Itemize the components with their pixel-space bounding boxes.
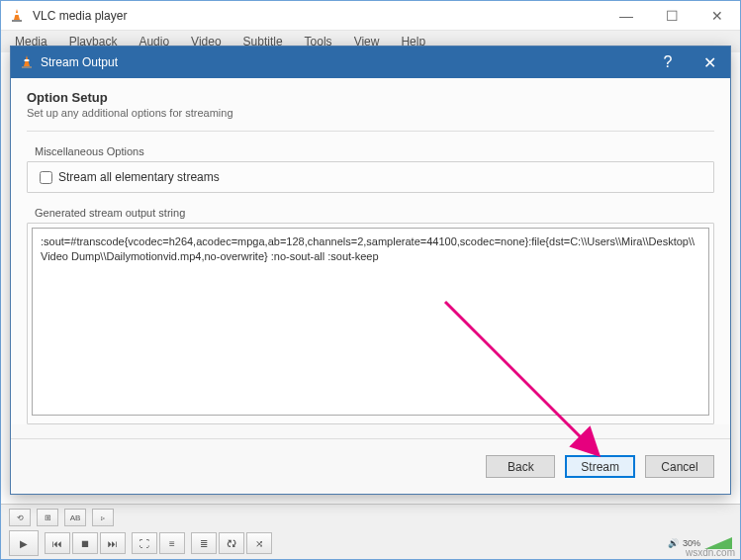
- mute-icon[interactable]: 🔊: [668, 538, 679, 548]
- main-title: VLC media player: [33, 9, 603, 23]
- dialog-titlebar: Stream Output ? ✕: [11, 47, 730, 78]
- dialog-help-button[interactable]: ?: [647, 47, 689, 78]
- player-small-btn-3[interactable]: AB: [64, 509, 86, 526]
- close-button[interactable]: ✕: [695, 1, 740, 31]
- svg-rect-1: [22, 66, 32, 68]
- shuffle-button[interactable]: ⤨: [246, 532, 272, 554]
- watermark: wsxdn.com: [686, 547, 735, 558]
- divider: [27, 131, 714, 132]
- loop-button[interactable]: 🗘: [219, 532, 244, 554]
- player-small-btn-1[interactable]: ⟲: [9, 509, 31, 526]
- main-titlebar: VLC media player — ☐ ✕: [1, 1, 740, 31]
- generated-string-label: Generated stream output string: [27, 207, 714, 219]
- vlc-icon: [19, 54, 35, 70]
- stream-button[interactable]: Stream: [565, 455, 635, 478]
- output-string-textarea[interactable]: [32, 228, 709, 416]
- fullscreen-button[interactable]: ⛶: [132, 532, 157, 554]
- stream-all-checkbox[interactable]: [40, 171, 52, 184]
- stream-all-label: Stream all elementary streams: [58, 170, 220, 184]
- play-button[interactable]: ▶: [9, 530, 39, 556]
- dialog-title: Stream Output: [41, 55, 647, 69]
- option-heading: Option Setup: [27, 90, 714, 105]
- generated-string-group: [27, 223, 714, 424]
- player-small-btn-4[interactable]: ▹: [92, 509, 114, 526]
- prev-button[interactable]: ⏮: [45, 532, 70, 554]
- player-small-btn-2[interactable]: ⊞: [37, 509, 58, 526]
- dialog-footer: Back Stream Cancel: [11, 438, 730, 494]
- vlc-icon: [9, 8, 25, 24]
- next-button[interactable]: ⏭: [100, 532, 126, 554]
- misc-options-label: Miscellaneous Options: [27, 145, 714, 157]
- misc-options-group: Stream all elementary streams: [27, 161, 714, 193]
- back-button[interactable]: Back: [486, 455, 555, 478]
- ext-settings-button[interactable]: ≡: [159, 532, 185, 554]
- stream-output-dialog: Stream Output ? ✕ Option Setup Set up an…: [10, 46, 731, 495]
- player-controls: ⟲ ⊞ AB ▹ ▶ ⏮ ⏹ ⏭ ⛶ ≡ ≣ 🗘 ⤨ 🔊: [1, 504, 740, 559]
- stop-button[interactable]: ⏹: [72, 532, 98, 554]
- maximize-button[interactable]: ☐: [649, 1, 695, 31]
- playlist-button[interactable]: ≣: [191, 532, 217, 554]
- option-subheading: Set up any additional options for stream…: [27, 107, 714, 119]
- dialog-close-button[interactable]: ✕: [689, 47, 730, 78]
- minimize-button[interactable]: —: [603, 1, 649, 31]
- cancel-button[interactable]: Cancel: [645, 455, 714, 478]
- svg-rect-0: [12, 20, 22, 22]
- stream-all-row[interactable]: Stream all elementary streams: [40, 170, 701, 184]
